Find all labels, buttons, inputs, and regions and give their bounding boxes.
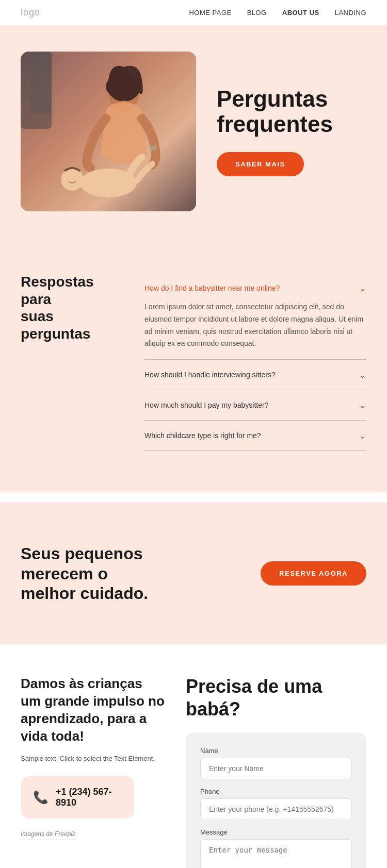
hero-image [21, 52, 196, 211]
chevron-down-icon-3: ⌄ [359, 399, 366, 411]
chevron-down-icon-4: ⌄ [359, 430, 366, 441]
faq-item-1: How do I find a babysitter near me onlin… [144, 273, 366, 360]
contact-left: Damos às crianças um grande impulso no a… [21, 675, 165, 868]
contact-form-card: Name Phone Message SOLICITAÇÃO DE CHAMAD… [186, 732, 366, 868]
faq-question-1: How do I find a babysitter near me onlin… [144, 284, 280, 292]
nav-landing[interactable]: LANDING [335, 9, 366, 16]
nav-about[interactable]: ABOUT US [282, 9, 319, 16]
logo: logo [21, 7, 40, 18]
name-input[interactable] [200, 758, 352, 779]
name-label: Name [200, 747, 352, 755]
chevron-down-icon-1: ⌄ [359, 282, 366, 294]
faq-item-2: How should I handle interviewing sitters… [144, 360, 366, 390]
faq-question-3: How much should I pay my babysitter? [144, 401, 268, 409]
svg-rect-5 [31, 52, 52, 113]
chevron-down-icon-2: ⌄ [359, 369, 366, 380]
reserve-agora-button[interactable]: RESERVE AGORA [261, 561, 366, 586]
faq-item-header-2[interactable]: How should I handle interviewing sitters… [144, 369, 366, 380]
faq-question-2: How should I handle interviewing sitters… [144, 371, 276, 379]
cta-title: Seus pequenos merecem o melhor cuidado. [21, 544, 196, 603]
hero-title: Perguntas frequentes [217, 87, 366, 137]
contact-left-title: Damos às crianças um grande impulso no a… [21, 675, 165, 745]
phone-field-group: Phone [200, 788, 352, 820]
phone-icon: 📞 [33, 790, 49, 805]
saber-mais-button[interactable]: SABER MAIS [217, 152, 304, 176]
phone-card: 📞 +1 (234) 567-8910 [21, 776, 134, 819]
svg-rect-6 [150, 145, 157, 151]
faq-item-header-4[interactable]: Which childcare type is right for me? ⌄ [144, 430, 366, 441]
faq-item-3: How much should I pay my babysitter? ⌄ [144, 390, 366, 421]
faq-right: How do I find a babysitter near me onlin… [144, 273, 366, 451]
contact-section: Damos às crianças um grande impulso no a… [0, 644, 387, 868]
faq-section: Respostas para suas perguntas How do I f… [0, 242, 387, 492]
freepik-credit: Imagens de Freepik [21, 830, 75, 840]
form-title: Precisa de uma babá? [186, 675, 366, 720]
faq-item-header-1[interactable]: How do I find a babysitter near me onlin… [144, 282, 366, 294]
name-field-group: Name [200, 747, 352, 779]
faq-answer-1: Lorem ipsum dolor sit amet, consectetur … [144, 301, 366, 350]
navbar: logo HOME PAGE BLOG ABOUT US LANDING [0, 0, 387, 26]
svg-point-3 [61, 168, 84, 191]
faq-item-4: Which childcare type is right for me? ⌄ [144, 421, 366, 451]
nav-links: HOME PAGE BLOG ABOUT US LANDING [189, 9, 366, 16]
nav-blog[interactable]: BLOG [247, 9, 267, 16]
message-label: Message [200, 828, 352, 836]
phone-number: +1 (234) 567-8910 [56, 787, 122, 808]
hero-text: Perguntas frequentes SABER MAIS [217, 87, 366, 176]
nav-home[interactable]: HOME PAGE [189, 9, 231, 16]
message-field-group: Message [200, 828, 352, 868]
phone-input[interactable] [200, 798, 352, 820]
contact-sample-text: Sample text. Click to select the Text El… [21, 754, 165, 764]
message-textarea[interactable] [200, 839, 352, 868]
faq-item-header-3[interactable]: How much should I pay my babysitter? ⌄ [144, 399, 366, 411]
faq-section-title: Respostas para suas perguntas [21, 273, 124, 342]
hero-section: Perguntas frequentes SABER MAIS [0, 26, 387, 242]
faq-question-4: Which childcare type is right for me? [144, 431, 261, 440]
phone-label: Phone [200, 788, 352, 795]
cta-section: Seus pequenos merecem o melhor cuidado. … [0, 503, 387, 644]
contact-form-area: Precisa de uma babá? Name Phone Message … [186, 675, 366, 868]
faq-left: Respostas para suas perguntas [21, 273, 124, 451]
